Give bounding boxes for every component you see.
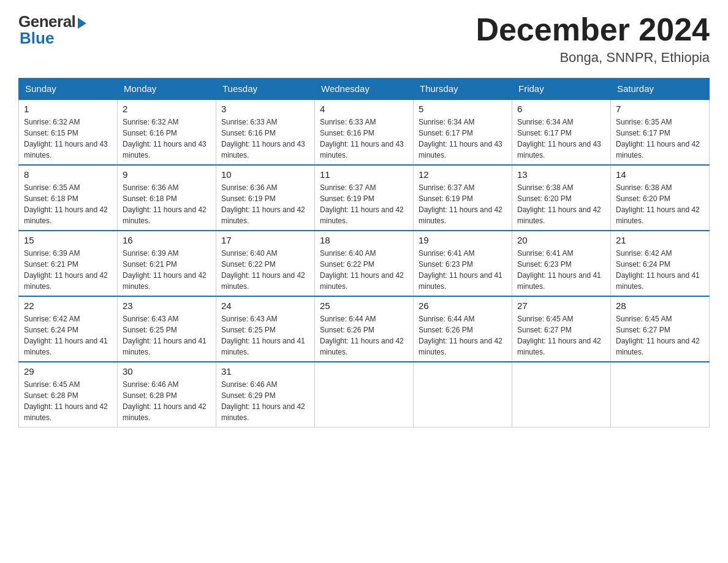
day-number: 19 [419, 235, 507, 245]
sunset-label: Sunset: 6:16 PM [123, 129, 177, 137]
calendar-cell [315, 362, 414, 427]
day-info: Sunrise: 6:46 AM Sunset: 6:28 PM Dayligh… [123, 379, 211, 423]
day-info: Sunrise: 6:36 AM Sunset: 6:18 PM Dayligh… [123, 182, 211, 226]
calendar-cell: 6 Sunrise: 6:34 AM Sunset: 6:17 PM Dayli… [512, 99, 611, 165]
daylight-label: Daylight: 11 hours and 42 minutes. [320, 271, 404, 291]
sunrise-label: Sunrise: 6:44 AM [320, 315, 376, 323]
daylight-label: Daylight: 11 hours and 43 minutes. [123, 140, 207, 159]
column-header-sunday: Sunday [19, 79, 118, 100]
day-info: Sunrise: 6:32 AM Sunset: 6:15 PM Dayligh… [24, 117, 112, 161]
daylight-label: Daylight: 11 hours and 41 minutes. [517, 271, 601, 291]
sunset-label: Sunset: 6:21 PM [123, 260, 177, 269]
daylight-label: Daylight: 11 hours and 41 minutes. [221, 337, 305, 356]
day-number: 26 [419, 301, 507, 311]
day-info: Sunrise: 6:40 AM Sunset: 6:22 PM Dayligh… [320, 248, 408, 292]
calendar-cell: 4 Sunrise: 6:33 AM Sunset: 6:16 PM Dayli… [315, 99, 414, 165]
day-info: Sunrise: 6:40 AM Sunset: 6:22 PM Dayligh… [221, 248, 309, 292]
day-number: 13 [517, 169, 605, 180]
daylight-label: Daylight: 11 hours and 42 minutes. [24, 271, 108, 291]
sunrise-label: Sunrise: 6:37 AM [419, 183, 474, 192]
daylight-label: Daylight: 11 hours and 42 minutes. [616, 337, 700, 356]
day-info: Sunrise: 6:42 AM Sunset: 6:24 PM Dayligh… [616, 248, 704, 292]
day-info: Sunrise: 6:33 AM Sunset: 6:16 PM Dayligh… [221, 117, 309, 161]
day-number: 29 [24, 366, 112, 377]
daylight-label: Daylight: 11 hours and 42 minutes. [616, 205, 700, 225]
daylight-label: Daylight: 11 hours and 42 minutes. [320, 337, 404, 356]
sunrise-label: Sunrise: 6:45 AM [24, 380, 80, 389]
sunset-label: Sunset: 6:20 PM [616, 194, 670, 203]
daylight-label: Daylight: 11 hours and 43 minutes. [24, 140, 108, 159]
calendar-cell: 3 Sunrise: 6:33 AM Sunset: 6:16 PM Dayli… [216, 99, 315, 165]
sunset-label: Sunset: 6:21 PM [24, 260, 78, 269]
daylight-label: Daylight: 11 hours and 42 minutes. [123, 402, 207, 422]
day-number: 8 [24, 169, 112, 180]
sunset-label: Sunset: 6:19 PM [221, 194, 276, 203]
column-header-saturday: Saturday [611, 79, 710, 100]
sunrise-label: Sunrise: 6:36 AM [221, 183, 277, 192]
sunrise-label: Sunrise: 6:43 AM [123, 315, 178, 323]
daylight-label: Daylight: 11 hours and 43 minutes. [320, 140, 404, 159]
column-header-tuesday: Tuesday [216, 79, 315, 100]
calendar-cell: 29 Sunrise: 6:45 AM Sunset: 6:28 PM Dayl… [19, 362, 118, 427]
sunset-label: Sunset: 6:19 PM [320, 194, 374, 203]
calendar-cell: 22 Sunrise: 6:42 AM Sunset: 6:24 PM Dayl… [19, 296, 118, 362]
day-info: Sunrise: 6:41 AM Sunset: 6:23 PM Dayligh… [517, 248, 605, 292]
day-number: 20 [517, 235, 605, 245]
day-number: 30 [123, 366, 211, 377]
day-number: 18 [320, 235, 408, 245]
sunrise-label: Sunrise: 6:46 AM [123, 380, 178, 389]
sunrise-label: Sunrise: 6:40 AM [320, 249, 376, 258]
sunset-label: Sunset: 6:23 PM [517, 260, 572, 269]
sunrise-label: Sunrise: 6:43 AM [221, 315, 277, 323]
sunrise-label: Sunrise: 6:40 AM [221, 249, 277, 258]
sunset-label: Sunset: 6:24 PM [24, 326, 78, 334]
sunrise-label: Sunrise: 6:35 AM [616, 118, 672, 126]
daylight-label: Daylight: 11 hours and 42 minutes. [24, 402, 108, 422]
day-info: Sunrise: 6:43 AM Sunset: 6:25 PM Dayligh… [221, 313, 309, 358]
daylight-label: Daylight: 11 hours and 42 minutes. [419, 205, 502, 225]
day-info: Sunrise: 6:46 AM Sunset: 6:29 PM Dayligh… [221, 379, 309, 423]
sunset-label: Sunset: 6:24 PM [616, 260, 670, 269]
day-info: Sunrise: 6:41 AM Sunset: 6:23 PM Dayligh… [419, 248, 507, 292]
day-info: Sunrise: 6:42 AM Sunset: 6:24 PM Dayligh… [24, 313, 112, 358]
sunset-label: Sunset: 6:16 PM [221, 129, 276, 137]
day-number: 2 [123, 104, 211, 114]
day-info: Sunrise: 6:37 AM Sunset: 6:19 PM Dayligh… [320, 182, 408, 226]
day-info: Sunrise: 6:35 AM Sunset: 6:18 PM Dayligh… [24, 182, 112, 226]
calendar-cell [512, 362, 611, 427]
sunrise-label: Sunrise: 6:46 AM [221, 380, 277, 389]
month-year-title: December 2024 [476, 12, 710, 47]
day-number: 3 [221, 104, 309, 114]
daylight-label: Daylight: 11 hours and 42 minutes. [123, 205, 207, 225]
sunrise-label: Sunrise: 6:41 AM [517, 249, 573, 258]
sunset-label: Sunset: 6:18 PM [24, 194, 78, 203]
calendar-cell: 10 Sunrise: 6:36 AM Sunset: 6:19 PM Dayl… [216, 165, 315, 231]
day-info: Sunrise: 6:39 AM Sunset: 6:21 PM Dayligh… [24, 248, 112, 292]
sunrise-label: Sunrise: 6:32 AM [123, 118, 178, 126]
calendar-cell: 9 Sunrise: 6:36 AM Sunset: 6:18 PM Dayli… [118, 165, 216, 231]
day-number: 27 [517, 301, 605, 311]
daylight-label: Daylight: 11 hours and 42 minutes. [517, 337, 601, 356]
day-info: Sunrise: 6:34 AM Sunset: 6:17 PM Dayligh… [419, 117, 507, 161]
sunset-label: Sunset: 6:25 PM [123, 326, 177, 334]
day-info: Sunrise: 6:39 AM Sunset: 6:21 PM Dayligh… [123, 248, 211, 292]
sunrise-label: Sunrise: 6:35 AM [24, 183, 80, 192]
day-number: 11 [320, 169, 408, 180]
sunrise-label: Sunrise: 6:33 AM [320, 118, 376, 126]
title-block: December 2024 Bonga, SNNPR, Ethiopia [476, 12, 710, 66]
sunset-label: Sunset: 6:26 PM [320, 326, 374, 334]
daylight-label: Daylight: 11 hours and 42 minutes. [616, 140, 700, 159]
sunset-label: Sunset: 6:15 PM [24, 129, 78, 137]
calendar-cell: 15 Sunrise: 6:39 AM Sunset: 6:21 PM Dayl… [19, 231, 118, 296]
logo-arrow-icon [78, 18, 86, 29]
sunrise-label: Sunrise: 6:39 AM [123, 249, 178, 258]
daylight-label: Daylight: 11 hours and 41 minutes. [616, 271, 700, 291]
calendar-cell: 25 Sunrise: 6:44 AM Sunset: 6:26 PM Dayl… [315, 296, 414, 362]
calendar-cell: 1 Sunrise: 6:32 AM Sunset: 6:15 PM Dayli… [19, 99, 118, 165]
sunrise-label: Sunrise: 6:36 AM [123, 183, 178, 192]
day-info: Sunrise: 6:37 AM Sunset: 6:19 PM Dayligh… [419, 182, 507, 226]
calendar-cell: 12 Sunrise: 6:37 AM Sunset: 6:19 PM Dayl… [414, 165, 512, 231]
calendar-cell: 2 Sunrise: 6:32 AM Sunset: 6:16 PM Dayli… [118, 99, 216, 165]
daylight-label: Daylight: 11 hours and 41 minutes. [419, 271, 502, 291]
day-info: Sunrise: 6:43 AM Sunset: 6:25 PM Dayligh… [123, 313, 211, 358]
